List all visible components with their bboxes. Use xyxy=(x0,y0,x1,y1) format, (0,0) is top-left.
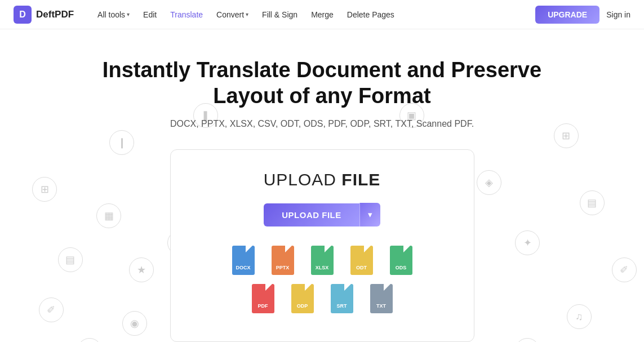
background-icon: ▤ xyxy=(580,190,605,215)
background-icon: ✐ xyxy=(39,297,64,322)
background-icon: ⊞ xyxy=(32,177,57,202)
background-icon: ♫ xyxy=(567,304,592,329)
signin-button[interactable]: Sign in xyxy=(606,10,630,19)
logo-text: DeftPDF xyxy=(36,9,74,20)
file-types-row2: PDF ODP SRT TXT xyxy=(247,281,397,313)
upgrade-button[interactable]: UPGRADE xyxy=(535,6,599,24)
logo[interactable]: D DeftPDF xyxy=(14,6,74,24)
background-icon: ▦ xyxy=(96,203,121,228)
file-icon-xlsx: XLSX xyxy=(307,242,338,275)
nav-item-deletepages[interactable]: Delete Pages xyxy=(341,7,400,23)
subtitle: DOCX, PPTX, XLSX, CSV, ODT, ODS, PDF, OD… xyxy=(170,119,474,129)
background-icon: ❙ xyxy=(515,338,540,342)
background-icon: ❙ xyxy=(109,130,134,155)
file-icon-ods: ODS xyxy=(385,242,417,275)
chevron-down-icon: ▾ xyxy=(127,11,130,17)
main-content: ⊞▤✐♫❙▦★◉❚⊕☁⊗▣◈✦⊞▤✐♫❙ Instantly Translate… xyxy=(0,29,644,342)
logo-icon: D xyxy=(14,6,32,24)
background-icon: ◈ xyxy=(477,170,501,195)
file-types-row1: DOCX PPTX XLSX ODT xyxy=(228,242,417,275)
background-icon: ✐ xyxy=(612,257,637,282)
upload-file-button[interactable]: UPLOAD FILE xyxy=(264,203,359,226)
background-icon: ▤ xyxy=(58,247,83,272)
background-icon: ◉ xyxy=(122,311,147,336)
nav-item-edit[interactable]: Edit xyxy=(137,7,162,23)
file-icon-txt: TXT xyxy=(366,281,397,313)
background-icon: ✦ xyxy=(515,230,540,255)
upload-button-group: UPLOAD FILE ▾ xyxy=(264,203,380,226)
chevron-down-icon: ▾ xyxy=(246,11,248,17)
nav-right: UPGRADE Sign in xyxy=(535,6,630,24)
nav-item-convert[interactable]: Convert ▾ xyxy=(211,7,254,23)
nav-item-alltools[interactable]: All tools ▾ xyxy=(92,7,135,23)
background-icon: ★ xyxy=(129,257,154,282)
file-icon-odp: ODP xyxy=(287,281,318,313)
file-icon-pptx: PPTX xyxy=(267,242,299,275)
file-icon-pdf: PDF xyxy=(247,281,279,313)
nav-item-fillsign[interactable]: Fill & Sign xyxy=(256,7,303,23)
nav-links: All tools ▾ Edit Translate Convert ▾ Fil… xyxy=(92,7,535,23)
background-icon: ♫ xyxy=(77,338,102,342)
upload-card: UPLOAD FILE UPLOAD FILE ▾ DOCX PPTX xyxy=(170,149,474,342)
background-icon: ⊞ xyxy=(554,123,579,148)
upload-title: UPLOAD FILE xyxy=(264,170,381,189)
file-icon-srt: SRT xyxy=(326,281,358,313)
nav-item-translate[interactable]: Translate xyxy=(165,7,208,23)
navbar: D DeftPDF All tools ▾ Edit Translate Con… xyxy=(0,0,644,29)
page-title: Instantly Translate Document and Preserv… xyxy=(103,57,542,109)
nav-item-merge[interactable]: Merge xyxy=(305,7,339,23)
file-icon-odt: ODT xyxy=(346,242,377,275)
upload-dropdown-button[interactable]: ▾ xyxy=(359,203,380,226)
file-icon-docx: DOCX xyxy=(228,242,259,275)
